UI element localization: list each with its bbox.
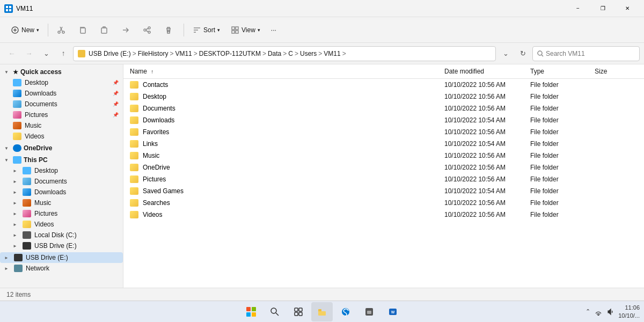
file-name: Desktop [143, 93, 444, 100]
file-folder-icon [130, 93, 138, 100]
delete-button[interactable] [160, 20, 179, 40]
sidebar-item-downloads-quick[interactable]: Downloads 📌 [0, 88, 123, 99]
local-disk-c-icon [23, 231, 31, 239]
file-name: Contacts [143, 81, 444, 89]
path-part-7: Users [300, 50, 317, 57]
refresh-button[interactable]: ↻ [515, 46, 530, 61]
file-type: File folder [530, 199, 595, 207]
table-row[interactable]: Videos 10/10/2022 10:56 AM File folder [123, 209, 644, 221]
sidebar-item-documents-quick[interactable]: Documents 📌 [0, 99, 123, 109]
col-header-date[interactable]: Date modified [444, 68, 530, 75]
file-date: 10/10/2022 10:56 AM [444, 128, 530, 136]
music-folder-icon-pc [23, 199, 31, 207]
sidebar-item-downloads-pc[interactable]: ► Downloads [0, 187, 123, 197]
path-part-6: C [288, 50, 293, 57]
taskbar-center: W [240, 302, 404, 321]
svg-rect-0 [6, 6, 8, 8]
sidebar-item-music-quick[interactable]: Music [0, 120, 123, 131]
sidebar-item-local-disk-c[interactable]: ► Local Disk (C:) [0, 230, 123, 240]
table-row[interactable]: Desktop 10/10/2022 10:56 AM File folder [123, 91, 644, 103]
table-row[interactable]: Favorites 10/10/2022 10:56 AM File folde… [123, 126, 644, 138]
chevron-videos-pc: ► [13, 222, 19, 227]
sidebar-header-onedrive[interactable]: ▼ OneDrive [0, 143, 123, 153]
sidebar-item-desktop-pc[interactable]: ► Desktop [0, 165, 123, 176]
path-sep-2: > [170, 50, 173, 57]
more-button[interactable]: ··· [267, 20, 286, 40]
desktop-folder-icon-quick [13, 79, 21, 86]
taskbar-btn-6[interactable] [358, 302, 380, 321]
start-button[interactable] [240, 302, 262, 321]
sidebar: ▼ ★ Quick access Desktop 📌 Downloads 📌 D… [0, 64, 123, 288]
sort-button[interactable]: Sort ▾ [188, 20, 224, 40]
svg-rect-28 [299, 308, 302, 311]
search-input[interactable] [546, 50, 635, 57]
sidebar-item-pictures-pc[interactable]: ► Pictures [0, 208, 123, 219]
file-type: File folder [530, 128, 595, 136]
onedrive-label: OneDrive [24, 144, 52, 152]
tray-expand[interactable]: ⌃ [586, 308, 590, 315]
path-expand-button[interactable]: ⌄ [498, 46, 513, 61]
file-explorer-taskbar-button[interactable] [311, 302, 333, 321]
restore-button[interactable]: ❐ [590, 0, 615, 17]
documents-folder-icon-quick [13, 100, 21, 108]
col-header-name[interactable]: Name ↑ [130, 68, 444, 75]
table-row[interactable]: Saved Games 10/10/2022 10:54 AM File fol… [123, 185, 644, 197]
this-pc-label: This PC [24, 156, 48, 164]
file-date: 10/10/2022 10:54 AM [444, 116, 530, 124]
share-button[interactable] [138, 20, 158, 40]
paste-button[interactable] [96, 20, 115, 40]
chevron-usb-drive-e-sub: ► [13, 244, 19, 248]
table-row[interactable]: OneDrive 10/10/2022 10:56 AM File folder [123, 162, 644, 173]
move-button[interactable] [117, 20, 136, 40]
sidebar-item-documents-pc[interactable]: ► Documents [0, 176, 123, 187]
col-header-type[interactable]: Type [530, 68, 595, 75]
sidebar-item-network[interactable]: ► Network [0, 263, 123, 274]
file-folder-icon [130, 140, 138, 148]
win-quad-2 [252, 307, 256, 311]
view-button[interactable]: View ▾ [226, 20, 265, 40]
table-row[interactable]: Contacts 10/10/2022 10:56 AM File folder [123, 79, 644, 91]
task-view-button[interactable] [288, 302, 309, 321]
sidebar-header-quick-access[interactable]: ▼ ★ Quick access [0, 67, 123, 77]
table-row[interactable]: Documents 10/10/2022 10:56 AM File folde… [123, 103, 644, 114]
cut-button[interactable] [53, 20, 72, 40]
path-part-4: DESKTOP-112UTKM [199, 50, 261, 57]
path-sep-7: > [318, 50, 322, 57]
new-button[interactable]: New ▾ [6, 20, 43, 40]
table-row[interactable]: Music 10/10/2022 10:56 AM File folder [123, 150, 644, 162]
forward-button[interactable]: → [21, 46, 36, 61]
up-button[interactable]: ↑ [56, 46, 71, 61]
taskbar-btn-7[interactable]: W [382, 302, 404, 321]
taskbar-clock[interactable]: 11:06 10/10/... [618, 304, 640, 319]
table-row[interactable]: Searches 10/10/2022 10:56 AM File folder [123, 197, 644, 209]
search-taskbar-button[interactable] [264, 302, 286, 321]
expand-button[interactable]: ⌄ [39, 46, 54, 61]
table-row[interactable]: Downloads 10/10/2022 10:54 AM File folde… [123, 114, 644, 126]
table-row[interactable]: Pictures 10/10/2022 10:56 AM File folder [123, 173, 644, 185]
address-path[interactable]: USB Drive (E:) > FileHistory > VM11 > DE… [73, 46, 496, 61]
file-type: File folder [530, 116, 595, 124]
toolbar-separator-1 [48, 24, 48, 36]
sidebar-item-usb-drive-selected[interactable]: ► USB Drive (E:) [0, 252, 123, 263]
sidebar-item-videos-quick[interactable]: Videos [0, 131, 123, 142]
svg-point-23 [538, 51, 542, 55]
file-folder-icon [130, 128, 138, 136]
table-row[interactable]: Links 10/10/2022 10:54 AM File folder [123, 138, 644, 150]
taskbar-icon-7: W [388, 307, 398, 317]
edge-taskbar-button[interactable] [335, 302, 356, 321]
sidebar-item-videos-pc[interactable]: ► Videos [0, 219, 123, 230]
sidebar-header-this-pc[interactable]: ▼ This PC [0, 155, 123, 165]
search-box[interactable] [532, 46, 640, 61]
sidebar-item-music-pc[interactable]: ► Music [0, 197, 123, 208]
minimize-button[interactable]: − [566, 0, 590, 17]
svg-line-26 [276, 313, 279, 316]
file-date: 10/10/2022 10:56 AM [444, 211, 530, 218]
back-button[interactable]: ← [4, 46, 19, 61]
col-header-size[interactable]: Size [595, 68, 638, 75]
close-button[interactable]: ✕ [615, 0, 640, 17]
sidebar-item-usb-drive-e-sub[interactable]: ► USB Drive (E:) [0, 240, 123, 251]
sidebar-item-pictures-quick[interactable]: Pictures 📌 [0, 109, 123, 120]
copy-button[interactable] [74, 20, 93, 40]
file-folder-icon [130, 116, 138, 124]
sidebar-item-desktop-quick[interactable]: Desktop 📌 [0, 77, 123, 88]
